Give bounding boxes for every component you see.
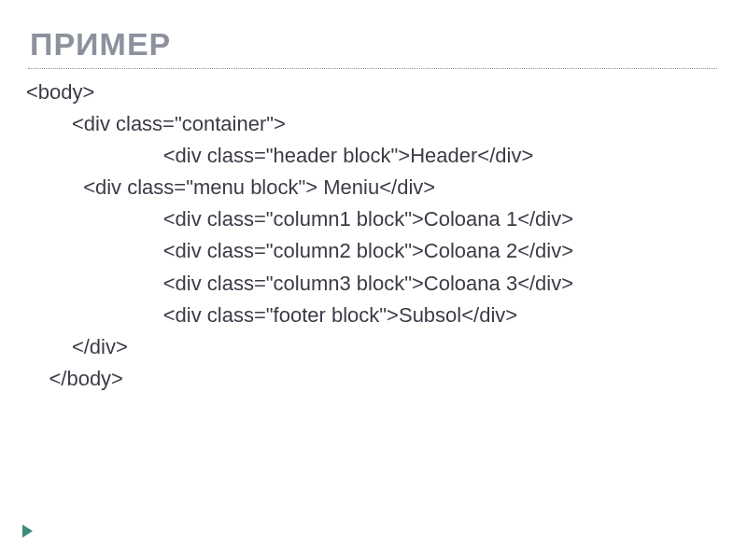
code-block: <body> <div class="container"> <div clas… bbox=[26, 77, 725, 395]
triangle-bullet-icon bbox=[22, 525, 33, 538]
slide-title: ПРИМЕР bbox=[30, 26, 725, 63]
slide: ПРИМЕР <body> <div class="container"> <d… bbox=[0, 0, 747, 560]
title-divider bbox=[28, 68, 717, 69]
